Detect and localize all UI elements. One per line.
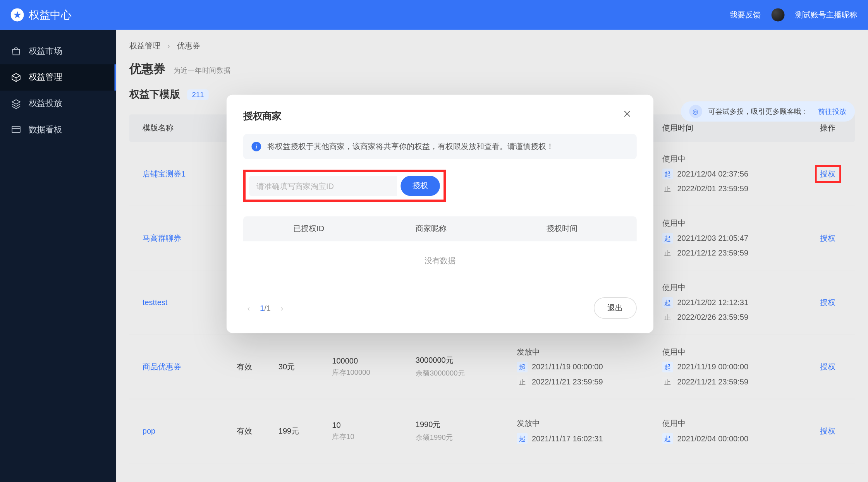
user-area: 我要反馈 测试账号主播昵称 bbox=[730, 9, 857, 22]
column-header-name: 模版名称 bbox=[129, 123, 237, 134]
sidebar-item-label: 权益市场 bbox=[29, 46, 62, 57]
column-header-use-time: 使用时间 bbox=[662, 123, 801, 134]
status-cell: 有效 bbox=[237, 426, 278, 437]
breadcrumb-item[interactable]: 权益管理 bbox=[129, 41, 160, 50]
info-alert-text: 将权益授权于其他商家，该商家将共享你的权益，有权限发放和查看。请谨慎授权！ bbox=[267, 141, 554, 152]
balance-value: 1990元 bbox=[416, 419, 517, 430]
brand-title: 权益中心 bbox=[29, 8, 72, 22]
template-name-link[interactable]: pop bbox=[143, 427, 155, 436]
end-tag: 止 bbox=[662, 312, 673, 323]
brand-logo-icon: ★ bbox=[11, 9, 24, 22]
use-end-time: 2022/02/26 23:59:59 bbox=[677, 313, 748, 322]
authorize-merchant-modal: 授权商家 i 将权益授权于其他商家，该商家将共享你的权益，有权限发放和查看。请谨… bbox=[227, 95, 653, 333]
dashboard-icon bbox=[11, 125, 22, 136]
stock-sub: 库存10 bbox=[332, 432, 415, 442]
use-start-time: 2021/02/04 00:00:00 bbox=[677, 434, 748, 443]
use-status: 使用中 bbox=[662, 153, 801, 164]
svg-rect-0 bbox=[12, 126, 20, 132]
close-icon[interactable] bbox=[622, 109, 637, 124]
amount-cell: 30元 bbox=[278, 361, 332, 372]
top-header: ★ 权益中心 我要反馈 测试账号主播昵称 bbox=[0, 0, 868, 30]
feedback-link[interactable]: 我要反馈 bbox=[730, 10, 761, 21]
page-total: 1 bbox=[266, 304, 271, 312]
end-tag: 止 bbox=[662, 376, 673, 387]
authorize-link[interactable]: 授权 bbox=[820, 169, 835, 178]
use-start-time: 2021/12/04 02:37:56 bbox=[677, 169, 748, 178]
exit-button[interactable]: 退出 bbox=[594, 297, 637, 319]
sidebar-item-deliver[interactable]: 权益投放 bbox=[0, 91, 116, 117]
column-header-merchant-nick: 商家昵称 bbox=[375, 223, 488, 234]
throw-start-time: 2021/11/17 16:02:31 bbox=[532, 434, 603, 443]
sidebar-item-market[interactable]: 权益市场 bbox=[0, 38, 116, 64]
end-tag: 止 bbox=[662, 183, 673, 194]
section-title: 权益下模版 bbox=[129, 87, 180, 101]
status-cell: 有效 bbox=[237, 361, 278, 372]
template-name-link[interactable]: 店铺宝测券1 bbox=[143, 169, 186, 178]
end-tag: 止 bbox=[662, 247, 673, 258]
stock-sub: 库存100000 bbox=[332, 367, 415, 377]
use-end-time: 2022/11/21 23:59:59 bbox=[677, 377, 748, 386]
breadcrumb: 权益管理 › 优惠券 bbox=[129, 41, 855, 51]
start-tag: 起 bbox=[662, 168, 673, 179]
no-data-placeholder: 没有数据 bbox=[243, 241, 637, 281]
page-current: 1 bbox=[260, 304, 264, 312]
merchant-id-input[interactable] bbox=[249, 176, 397, 196]
end-tag: 止 bbox=[517, 376, 528, 387]
page-subtitle: 为近一年时间数据 bbox=[174, 65, 231, 75]
page-title: 优惠券 bbox=[129, 61, 165, 77]
stock-value: 100000 bbox=[332, 356, 415, 365]
use-start-time: 2021/11/19 00:00:00 bbox=[677, 362, 748, 371]
sidebar-item-label: 权益投放 bbox=[29, 98, 62, 109]
throw-end-time: 2022/11/21 23:59:59 bbox=[532, 377, 603, 386]
chevron-right-icon[interactable]: › bbox=[277, 303, 287, 314]
sidebar-item-manage[interactable]: 权益管理 bbox=[0, 64, 116, 91]
throw-start-time: 2021/11/19 00:00:00 bbox=[532, 362, 603, 371]
table-row: pop 有效 199元 10库存10 1990元余额1990元 发放中 起202… bbox=[129, 399, 855, 463]
use-status: 使用中 bbox=[662, 346, 801, 357]
start-tag: 起 bbox=[517, 433, 528, 444]
tip-link[interactable]: 前往投放 bbox=[818, 106, 847, 117]
modal-title: 授权商家 bbox=[243, 110, 282, 122]
column-header-authorized-id: 已授权ID bbox=[243, 223, 375, 234]
layers-icon bbox=[11, 98, 22, 109]
use-status: 使用中 bbox=[662, 218, 801, 228]
brand: ★ 权益中心 bbox=[11, 8, 730, 22]
template-name-link[interactable]: 马高群聊券 bbox=[143, 233, 181, 242]
amount-cell: 199元 bbox=[278, 426, 332, 437]
use-start-time: 2021/12/02 12:12:31 bbox=[677, 298, 748, 307]
pagination: ‹ 1/1 › bbox=[243, 303, 594, 314]
balance-value: 3000000元 bbox=[416, 355, 517, 366]
authorized-list-header: 已授权ID 商家昵称 授权时间 bbox=[243, 216, 637, 242]
authorize-link[interactable]: 授权 bbox=[820, 426, 835, 437]
authorize-link[interactable]: 授权 bbox=[820, 233, 835, 244]
sidebar-item-label: 权益管理 bbox=[29, 72, 62, 83]
authorize-input-group: 授权 bbox=[243, 170, 446, 202]
authorize-link[interactable]: 授权 bbox=[820, 297, 835, 308]
sidebar-item-label: 数据看板 bbox=[29, 125, 62, 136]
use-status: 使用中 bbox=[662, 418, 801, 429]
start-tag: 起 bbox=[662, 361, 673, 372]
column-header-op: 操作 bbox=[801, 123, 855, 134]
info-alert: i 将权益授权于其他商家，该商家将共享你的权益，有权限发放和查看。请谨慎授权！ bbox=[243, 134, 637, 159]
authorize-button[interactable]: 授权 bbox=[400, 176, 440, 196]
sidebar: 权益市场 权益管理 权益投放 数据看板 bbox=[0, 30, 116, 482]
avatar[interactable] bbox=[772, 9, 785, 22]
template-name-link[interactable]: testtest bbox=[143, 298, 168, 307]
table-row: 商品优惠券 有效 30元 100000库存100000 3000000元余额30… bbox=[129, 335, 855, 399]
sidebar-item-dashboard[interactable]: 数据看板 bbox=[0, 117, 116, 143]
cube-icon bbox=[11, 72, 22, 83]
balance-sub: 余额3000000元 bbox=[416, 368, 517, 378]
template-name-link[interactable]: 商品优惠券 bbox=[143, 362, 181, 371]
column-header-auth-time: 授权时间 bbox=[488, 223, 637, 234]
stock-value: 10 bbox=[332, 420, 415, 429]
info-icon: i bbox=[252, 142, 261, 151]
start-tag: 起 bbox=[662, 433, 673, 444]
balance-sub: 余额1990元 bbox=[416, 432, 517, 443]
use-end-time: 2021/12/12 23:59:59 bbox=[677, 249, 748, 257]
tip-text: 可尝试多投，吸引更多顾客哦： bbox=[708, 106, 809, 117]
username[interactable]: 测试账号主播昵称 bbox=[795, 10, 857, 21]
chevron-left-icon[interactable]: ‹ bbox=[243, 303, 254, 314]
authorize-link[interactable]: 授权 bbox=[820, 361, 835, 372]
start-tag: 起 bbox=[517, 361, 528, 372]
count-badge: 211 bbox=[187, 89, 208, 100]
